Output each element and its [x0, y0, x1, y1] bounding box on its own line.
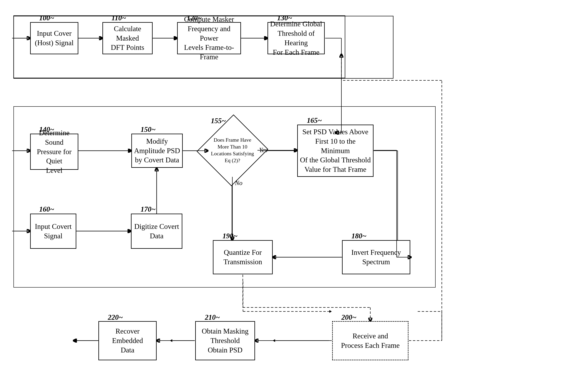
box-n220-label: Recover EmbeddedData — [101, 327, 154, 355]
box-n200: Receive andProcess Each Frame — [332, 321, 408, 360]
box-n140-label: Determine SoundPressure for QuietLevel — [33, 128, 76, 175]
box-n170-label: Digitize Covert Data — [134, 222, 180, 241]
svg-marker-3 — [100, 37, 103, 40]
box-n165: Set PSD Values AboveFirst 10 to the Mini… — [297, 125, 374, 177]
box-n200-label: Receive andProcess Each Frame — [341, 331, 400, 350]
box-n210: Obtain MaskingThresholdObtain PSD — [195, 321, 255, 360]
flowchart-diagram: Input Cover (Host) Signal 100~ Calculate… — [0, 0, 588, 385]
box-n170: Digitize Covert Data — [131, 214, 182, 249]
box-n160: Input Covert Signal — [30, 214, 76, 249]
ref-210: 210~ — [205, 313, 220, 321]
box-n190-label: Quantize ForTransmission — [224, 248, 262, 267]
svg-marker-7 — [265, 37, 267, 40]
ref-220: 220~ — [108, 313, 123, 321]
box-n150-label: Modify Amplitude PSDby Covert Data — [134, 137, 180, 165]
box-n130-label: Determine GlobalThreshold of HearingFor … — [270, 19, 322, 57]
ref-200: 200~ — [341, 313, 357, 321]
box-n160-label: Input Covert Signal — [33, 222, 74, 241]
no-label: No — [235, 179, 242, 187]
box-n190: Quantize ForTransmission — [213, 240, 273, 274]
svg-marker-5 — [174, 37, 177, 40]
arrows-overlay-svg — [0, 0, 588, 385]
box-n110: Calculate MaskedDFT Points — [103, 22, 153, 54]
svg-marker-11 — [128, 149, 131, 152]
yes-label: Yes — [259, 146, 268, 154]
svg-marker-31 — [329, 310, 332, 313]
box-n110-label: Calculate MaskedDFT Points — [105, 24, 150, 52]
box-n120: Compute MaskerFrequency and PowerLevels … — [177, 22, 241, 54]
ref-120: 120~ — [187, 14, 202, 22]
ref-155: 155~ — [211, 116, 226, 125]
arrows-svg — [0, 0, 588, 385]
box-n140: Determine SoundPressure for QuietLevel — [30, 134, 78, 170]
ref-100: 100~ — [39, 14, 54, 22]
box-n130: Determine GlobalThreshold of HearingFor … — [268, 22, 325, 54]
svg-marker-15 — [128, 230, 130, 232]
box-n220: Recover EmbeddedData — [98, 321, 157, 360]
svg-marker-28 — [273, 256, 275, 259]
ref-170: 170~ — [141, 205, 156, 213]
svg-marker-37 — [74, 339, 76, 342]
box-n165-label: Set PSD Values AboveFirst 10 to the Mini… — [300, 127, 371, 174]
svg-marker-35 — [170, 339, 172, 342]
svg-marker-21 — [294, 149, 297, 152]
svg-marker-33 — [273, 339, 275, 342]
box-n100: Input Cover (Host) Signal — [30, 22, 78, 54]
diamond-n155-label: Does Frame HaveMore Than 10Locations Sat… — [209, 135, 256, 166]
ref-150: 150~ — [141, 125, 156, 134]
ref-190: 190~ — [223, 232, 238, 240]
ref-180: 180~ — [351, 232, 366, 240]
ref-140: 140~ — [39, 125, 54, 134]
box-n180: Invert FrequencySpectrum — [342, 240, 410, 274]
ref-130: 130~ — [277, 14, 292, 22]
box-n180-label: Invert FrequencySpectrum — [351, 248, 401, 267]
box-n150: Modify Amplitude PSDby Covert Data — [131, 134, 183, 168]
box-n210-label: Obtain MaskingThresholdObtain PSD — [202, 327, 249, 355]
ref-165: 165~ — [307, 116, 322, 125]
diamond-n155: Does Frame HaveMore Than 10Locations Sat… — [208, 124, 257, 176]
ref-110: 110~ — [111, 14, 126, 22]
ref-160: 160~ — [39, 205, 54, 213]
box-n100-label: Input Cover (Host) Signal — [33, 29, 76, 48]
